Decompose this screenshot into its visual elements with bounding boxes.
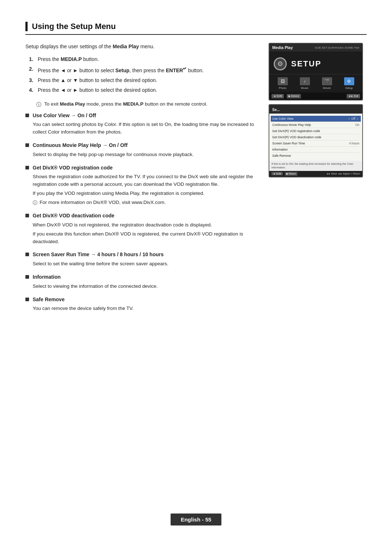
intro-text: Setup displays the user settings of the … (25, 43, 258, 50)
photo-icon-box: 🖼 (278, 77, 288, 85)
numbered-list: 1. Press the MEDIA.P button. 2. Press th… (29, 56, 258, 94)
return-btn-setup: ▶ Return (285, 172, 297, 176)
heading-bar (25, 22, 28, 31)
step-4: 4. Press the ◄ or ► button to select the… (29, 86, 258, 94)
bullet-square (25, 166, 29, 169)
bullet-body-divx-reg: Shows the registration code authorized f… (33, 173, 258, 206)
music-icon-box: ♪ (300, 77, 310, 85)
setup-icon-box: ⚙ (344, 77, 354, 85)
exit-btn: ◄► Exit (347, 94, 360, 98)
gear-icon-large: ⚙ (274, 57, 287, 70)
icon-movie: 🎬 Movie (322, 77, 332, 90)
bullet-heading-safe-remove: Safe Remove (33, 296, 65, 303)
nav-hint: ◄► Move ◄► Adjust ↩ Return (326, 172, 360, 175)
icon-music: ♪ Music (300, 77, 310, 90)
icon-photo: 🖼 Photo (278, 77, 288, 90)
bullet-body-continuous-movie: Select to display the help pop-up messag… (33, 151, 258, 159)
screen-sub-info: SUB SET-SUR/H/SAX-SOME Part (315, 46, 359, 49)
bullet-divx-deact: Get DivX® VOD deactivation code When Div… (25, 212, 258, 245)
music-label: Music (301, 86, 309, 90)
bullet-screen-saver: Screen Saver Run Time → 4 hours / 8 hour… (25, 251, 258, 268)
menu-row-information: Information (272, 147, 359, 153)
sum-btn: ◄ SUM (271, 94, 284, 98)
menu-row-divx-reg: Get DivX(R) VOD registration code (272, 128, 359, 134)
setup-bottom-bar: ◄ SUM ▶ Return ◄► Move ◄► Adjust ↩ Retur… (269, 171, 362, 177)
main-layout: Setup displays the user settings of the … (25, 43, 367, 318)
page-footer: English - 55 (0, 514, 392, 525)
left-content: Setup displays the user settings of the … (25, 43, 258, 318)
bullet-heading-continuous-movie: Continuous Movie Play Help → On / Off (33, 142, 127, 149)
setup-menu-title: Se... (272, 108, 280, 112)
menu-row-safe-remove: Safe Remove (272, 153, 359, 159)
menu-row-continuous-movie: Continuous Movie Play Help On (272, 122, 359, 128)
bullet-heading-use-color-view: Use Color View → On / Off (33, 112, 96, 119)
screen-setup-menu: Se... Use Color View ◄ Off ► Cont (269, 104, 363, 177)
bullet-square (25, 298, 29, 301)
bullet-body-safe-remove: You can remove the device safely from th… (33, 305, 258, 312)
step-2: 2. Press the ◄ or ► button to select Set… (29, 65, 258, 74)
device-btn: ▶ Device (287, 94, 301, 98)
movie-label: Movie (323, 86, 331, 90)
footer-text: English - 55 (181, 516, 211, 523)
bullet-heading-information: Information (33, 274, 61, 281)
note-text: To exit Media Play mode, press the MEDIA… (44, 101, 208, 108)
screen-icons-row: 🖼 Photo ♪ Music 🎬 Movie ⚙ (269, 74, 362, 93)
screen-media-play: Media Play SUB SET-SUR/H/SAX-SOME Part ⚙… (269, 43, 363, 101)
movie-icon-box: 🎬 (322, 77, 332, 85)
bullet-square (25, 275, 29, 279)
bullet-use-color-view: Use Color View → On / Off You can select… (25, 112, 258, 136)
screen-images: Media Play SUB SET-SUR/H/SAX-SOME Part ⚙… (269, 43, 367, 177)
note-divx-web: ⓘ For more information on DivX® VOD, vis… (33, 199, 258, 206)
sum-btn-setup: ◄ SUM (271, 172, 283, 175)
screen-bottom-bar-top: ◄ SUM ▶ Device ◄► Exit (269, 93, 362, 100)
screen-header-top: Media Play SUB SET-SUR/H/SAX-SOME Part (269, 44, 362, 52)
bullet-square (25, 143, 29, 147)
right-content: Media Play SUB SET-SUR/H/SAX-SOME Part ⚙… (269, 43, 367, 177)
bullet-body-divx-deact: When DivX® VOD is not registered, the re… (33, 221, 258, 246)
setup-menu-header: Se... (269, 105, 362, 114)
bullet-body-use-color-view: You can select sorting photos by Color. … (33, 121, 258, 136)
bullet-square (25, 253, 29, 256)
bullet-body-screen-saver: Select to set the waiting time before th… (33, 260, 258, 268)
bullet-square (25, 214, 29, 217)
setup-note-text: If this is set to ON, the loading time i… (269, 161, 362, 171)
setup-area: ⚙ SETUP (269, 52, 362, 74)
bullet-square (25, 114, 29, 117)
photo-label: Photo (279, 86, 286, 90)
bullet-body-information: Select to viewing the information of the… (33, 283, 258, 290)
note-media-play: ⓘ To exit Media Play mode, press the MED… (36, 101, 258, 109)
step-1: 1. Press the MEDIA.P button. (29, 56, 258, 63)
note-symbol: ⓘ (33, 199, 37, 206)
note-symbol: ⓘ (36, 101, 41, 109)
bullet-information: Information Select to viewing the inform… (25, 274, 258, 290)
setup-label: SETUP (291, 59, 321, 69)
bullet-divx-reg: Get DivX® VOD registration code Shows th… (25, 164, 258, 207)
bullet-safe-remove: Safe Remove You can remove the device sa… (25, 296, 258, 313)
screen-title: Media Play (272, 45, 293, 50)
step-3: 3. Press the ▲ or ▼ button to select the… (29, 77, 258, 84)
menu-row-screen-saver: Screen Saver Run Time 4 hours (272, 140, 359, 147)
bullet-heading-screen-saver: Screen Saver Run Time → 4 hours / 8 hour… (33, 251, 164, 258)
page-container: Using the Setup Menu Setup displays the … (0, 0, 392, 540)
section-heading: Using the Setup Menu (25, 22, 367, 35)
menu-row-divx-deact: Get DivX(R) VOD deactivation code (272, 134, 359, 140)
setup-menu-body: Use Color View ◄ Off ► Continuous Movie … (269, 114, 362, 161)
footer-badge: English - 55 (171, 514, 221, 525)
menu-row-use-color: Use Color View ◄ Off ► (271, 116, 361, 122)
bullet-heading-divx-deact: Get DivX® VOD deactivation code (33, 212, 114, 220)
icon-setup: ⚙ Setup (344, 77, 354, 90)
bullet-heading-divx-reg: Get DivX® VOD registration code (33, 164, 113, 172)
bullet-continuous-movie: Continuous Movie Play Help → On / Off Se… (25, 142, 258, 159)
page-title: Using the Setup Menu (32, 22, 116, 31)
setup-label-icon: Setup (345, 86, 353, 90)
